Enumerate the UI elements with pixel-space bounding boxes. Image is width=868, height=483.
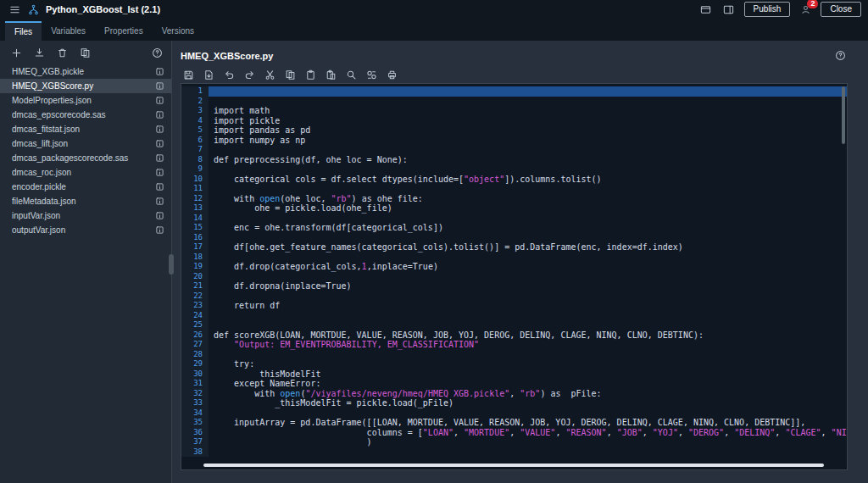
vertical-scrollbar-thumb[interactable]	[842, 86, 845, 144]
code-line[interactable]: 13 ohe = pickle.load(ohe_file)	[181, 203, 847, 214]
panel-splitter[interactable]	[169, 254, 174, 275]
code-editor[interactable]: 123import math4import pickle5import pand…	[181, 83, 848, 470]
file-item[interactable]: encoder.pickle	[0, 180, 171, 194]
add-file-icon[interactable]	[8, 45, 24, 60]
code-line[interactable]: 19 df.drop(categorical_cols,1,inplace=Tr…	[181, 262, 847, 272]
redo-icon[interactable]	[242, 67, 257, 82]
publish-button[interactable]: Publish	[744, 2, 791, 17]
code-line[interactable]: 15 enc = ohe.transform(df[categorical_co…	[181, 223, 847, 233]
paste-icon[interactable]	[303, 67, 318, 82]
info-icon[interactable]	[152, 136, 167, 152]
copy-file-icon[interactable]	[77, 45, 92, 60]
code-line[interactable]: 31 except NameError:	[181, 379, 847, 389]
code-line[interactable]: 9	[181, 164, 847, 175]
cut-icon[interactable]	[262, 67, 277, 82]
code-line[interactable]: 12 with open(ohe_loc, "rb") as ohe_file:	[181, 194, 847, 204]
code-line[interactable]: 6import numpy as np	[181, 136, 847, 146]
code-line[interactable]: 30 _thisModelFit	[181, 369, 847, 380]
menu-icon[interactable]	[7, 2, 22, 17]
code-line[interactable]: 23 return df	[181, 301, 847, 311]
info-icon[interactable]	[152, 208, 167, 224]
find-icon[interactable]	[343, 67, 359, 82]
tab-files[interactable]: Files	[5, 21, 42, 41]
code-line[interactable]: 25	[181, 320, 847, 330]
tab-variables[interactable]: Variables	[42, 21, 95, 41]
undo-icon[interactable]	[221, 67, 236, 82]
file-item[interactable]: dmcas_roc.json	[0, 165, 171, 180]
code-line[interactable]: 33 _thisModelFit = pickle.load(_pFile)	[181, 398, 847, 408]
close-button[interactable]: Close	[821, 2, 861, 17]
info-icon[interactable]	[152, 151, 167, 166]
code-line-text: import math	[209, 106, 847, 116]
info-icon[interactable]	[152, 108, 167, 123]
delete-file-icon[interactable]	[54, 45, 70, 60]
code-line[interactable]: 8def preprocessing(df, ohe_loc = None):	[181, 155, 847, 165]
file-item[interactable]: HMEQ_XGB.pickle	[0, 64, 171, 79]
file-item[interactable]: inputVar.json	[0, 208, 171, 223]
copy-icon[interactable]	[282, 67, 298, 82]
save-icon[interactable]	[181, 67, 196, 82]
code-line[interactable]: 32 with open("/viyafiles/neveng/hmeq/HME…	[181, 389, 847, 399]
code-line[interactable]: 7	[181, 145, 847, 155]
code-line[interactable]: 17 df[ohe.get_feature_names(categorical_…	[181, 242, 847, 253]
code-line[interactable]: 21 df.dropna(inplace=True)	[181, 281, 847, 291]
code-line[interactable]: 36 columns = ["LOAN", "MORTDUE", "VALUE"…	[181, 428, 847, 438]
code-line[interactable]: 38	[181, 447, 847, 458]
import-file-icon[interactable]	[31, 45, 47, 60]
editor-toolbar	[181, 66, 848, 83]
code-line[interactable]: 27 "Output: EM_EVENTPROBABILITY, EM_CLAS…	[181, 340, 847, 350]
info-icon[interactable]	[152, 180, 167, 195]
file-item[interactable]: dmcas_fitstat.json	[0, 122, 171, 136]
print-icon[interactable]	[384, 67, 399, 82]
tab-versions[interactable]: Versions	[153, 21, 203, 41]
info-icon[interactable]	[152, 64, 167, 80]
file-item[interactable]: ModelProperties.json	[0, 93, 171, 108]
export-icon[interactable]	[201, 67, 216, 82]
code-line-text	[209, 97, 847, 107]
horizontal-scrollbar[interactable]	[203, 464, 837, 467]
file-item[interactable]: dmcas_packagescorecode.sas	[0, 151, 171, 165]
code-line[interactable]: 34	[181, 408, 847, 419]
tab-properties[interactable]: Properties	[95, 21, 153, 41]
code-line[interactable]: 2	[181, 97, 847, 107]
notifications-icon[interactable]: 2	[798, 2, 813, 17]
code-line[interactable]: 10 categorical_cols = df.select_dtypes(i…	[181, 175, 847, 185]
code-line[interactable]: 37 )	[181, 437, 847, 447]
sidebar-help-icon[interactable]	[149, 45, 164, 60]
code-line[interactable]: 4import pickle	[181, 116, 847, 126]
code-line[interactable]: 29 try:	[181, 359, 847, 369]
code-line[interactable]: 14	[181, 214, 847, 224]
code-line[interactable]: 20	[181, 272, 847, 282]
info-icon[interactable]	[152, 122, 167, 137]
vertical-scrollbar[interactable]	[842, 86, 845, 459]
file-item[interactable]: fileMetadata.json	[0, 194, 171, 208]
file-item[interactable]: dmcas_epscorecode.sas	[0, 108, 171, 122]
horizontal-scrollbar-thumb[interactable]	[203, 464, 824, 467]
code-line[interactable]: 11	[181, 184, 847, 194]
info-icon[interactable]	[152, 79, 167, 94]
line-number: 5	[181, 125, 209, 136]
code-line[interactable]: 24	[181, 311, 847, 321]
info-icon[interactable]	[152, 165, 167, 180]
info-icon[interactable]	[152, 93, 167, 108]
file-item[interactable]: dmcas_lift.json	[0, 136, 171, 151]
find-replace-icon[interactable]	[364, 67, 379, 82]
editor-help-icon[interactable]	[832, 48, 848, 64]
line-number: 6	[181, 136, 209, 146]
code-line[interactable]: 5import pandas as pd	[181, 125, 847, 136]
code-line[interactable]: 18	[181, 253, 847, 263]
feedback-icon[interactable]	[698, 2, 714, 17]
file-item[interactable]: outputVar.json	[0, 223, 171, 237]
code-line[interactable]: 3import math	[181, 106, 847, 116]
info-icon[interactable]	[152, 194, 167, 209]
code-line[interactable]: 16	[181, 233, 847, 243]
code-line[interactable]: 22	[181, 291, 847, 302]
clipboard-icon[interactable]	[323, 67, 338, 82]
file-item[interactable]: HMEQ_XGBScore.py	[0, 79, 171, 93]
code-line[interactable]: 28	[181, 350, 847, 360]
info-icon[interactable]	[152, 223, 167, 238]
code-line[interactable]: 1	[181, 86, 847, 97]
apps-panel-icon[interactable]	[721, 2, 737, 17]
code-line[interactable]: 26def scoreXGB(LOAN, MORTDUE, VALUE, REA…	[181, 330, 847, 341]
code-line[interactable]: 35 inputArray = pd.DataFrame([[LOAN, MOR…	[181, 418, 847, 428]
